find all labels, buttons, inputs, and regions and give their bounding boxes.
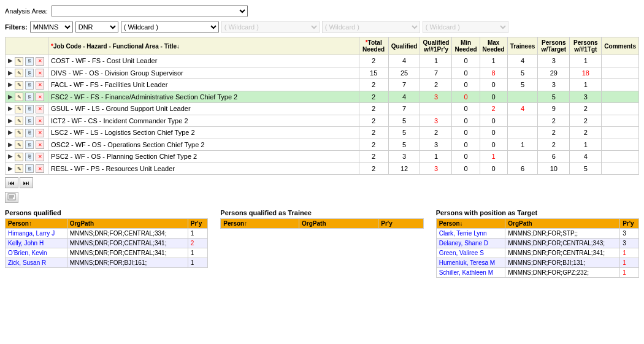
expand-arrow[interactable]: ▶	[8, 129, 13, 136]
delete-icon[interactable]: ✕	[36, 140, 44, 149]
filter-wildcard-1[interactable]: ( Wildcard )	[121, 21, 219, 33]
delete-icon[interactable]: ✕	[36, 69, 44, 77]
qualified-person: Zick, Susan R	[6, 258, 67, 268]
edit-icon[interactable]: ✎	[15, 140, 23, 149]
row-total-needed: 2	[359, 162, 388, 175]
row-min-needed: 0	[452, 91, 480, 103]
copy-icon[interactable]: ⎘	[25, 105, 34, 113]
copy-icon[interactable]: ⎘	[25, 129, 34, 137]
trainee-col-person: Person↑	[221, 219, 299, 229]
row-persons-w-target: 2	[538, 139, 570, 151]
delete-icon[interactable]: ✕	[36, 57, 44, 66]
analysis-area-select[interactable]	[52, 5, 248, 17]
row-qualified: 5	[388, 139, 420, 151]
row-comments	[602, 91, 639, 103]
export-button[interactable]	[5, 192, 18, 203]
row-persons-w1tgt: 2	[570, 115, 602, 127]
copy-icon[interactable]: ⎘	[25, 57, 34, 66]
nav-first[interactable]: ⏮	[5, 177, 18, 188]
filter-mnmns[interactable]: MNMNS	[30, 21, 73, 33]
row-qualified: 4	[388, 55, 420, 67]
row-trainees: 4	[507, 55, 538, 67]
delete-icon[interactable]: ✕	[36, 153, 44, 161]
row-persons-w-target: 6	[538, 151, 570, 163]
target-orgpath: MNMNS;DNR;FOR;CENTRAL;341;	[505, 248, 620, 258]
expand-arrow[interactable]: ▶	[8, 153, 13, 159]
expand-arrow[interactable]: ▶	[8, 105, 13, 112]
row-qualified: 5	[388, 127, 420, 139]
target-table: Person↓ OrgPath Pr'y Clark, Terrie LynnM…	[436, 218, 639, 278]
row-jobcode: PSC2 - WF - OS - Planning Section Chief …	[48, 151, 359, 163]
copy-icon[interactable]: ⎘	[25, 117, 34, 125]
copy-icon[interactable]: ⎘	[25, 153, 34, 161]
row-comments	[602, 162, 639, 175]
col-controls	[6, 37, 48, 55]
edit-icon[interactable]: ✎	[15, 57, 23, 66]
qualified-orgpath: MNMNS;DNR;FOR;CENTRAL;341;	[67, 248, 188, 258]
row-max-needed: 0	[480, 79, 507, 91]
table-row: ▶ ✎ ⎘ ✕ COST - WF - FS - Cost Unit Leade…	[6, 55, 639, 67]
expand-arrow[interactable]: ▶	[8, 117, 13, 124]
copy-icon[interactable]: ⎘	[25, 81, 34, 90]
col-qualified: Qualified	[388, 37, 420, 55]
delete-icon[interactable]: ✕	[36, 81, 44, 90]
row-persons-w1tgt: 1	[570, 139, 602, 151]
table-row: ▶ ✎ ⎘ ✕ OSC2 - WF - OS - Operations Sect…	[6, 139, 639, 151]
delete-icon[interactable]: ✕	[36, 117, 44, 125]
delete-icon[interactable]: ✕	[36, 105, 44, 113]
row-max-needed: 1	[480, 55, 507, 67]
copy-icon[interactable]: ⎘	[25, 140, 34, 149]
target-pry: 3	[620, 239, 639, 248]
target-row: Schiller, Kathleen MMNMNS;DNR;FOR;GPZ;23…	[436, 268, 638, 278]
row-controls: ▶ ✎ ⎘ ✕	[6, 79, 48, 91]
copy-icon[interactable]: ⎘	[25, 164, 34, 173]
analysis-area-bar: Analysis Area:	[5, 5, 639, 17]
trainee-panel: Persons qualified as Trainee Person↑ Org…	[220, 209, 423, 278]
row-jobcode: DIVS - WF - OS - Division Group Supervis…	[48, 67, 359, 79]
edit-icon[interactable]: ✎	[15, 129, 23, 137]
row-trainees	[507, 91, 538, 103]
row-persons-w-target: 2	[538, 127, 570, 139]
delete-icon[interactable]: ✕	[36, 93, 44, 101]
delete-icon[interactable]: ✕	[36, 164, 44, 173]
row-controls: ▶ ✎ ⎘ ✕	[6, 55, 48, 67]
row-qualified-w1: 1	[420, 55, 452, 67]
expand-arrow[interactable]: ▶	[8, 69, 13, 76]
edit-icon[interactable]: ✎	[15, 164, 23, 173]
filter-wildcard-2[interactable]: ( Wildcard )	[221, 21, 320, 33]
table-row: ▶ ✎ ⎘ ✕ RESL - WF - PS - Resources Unit …	[6, 162, 639, 175]
expand-arrow[interactable]: ▶	[8, 165, 13, 172]
row-controls: ▶ ✎ ⎘ ✕	[6, 162, 48, 175]
target-title: Persons with position as Target	[436, 209, 639, 216]
target-person: Schiller, Kathleen M	[436, 268, 505, 278]
copy-icon[interactable]: ⎘	[25, 93, 34, 101]
filter-wildcard-3[interactable]: ( Wildcard )	[322, 21, 420, 33]
filter-dnr[interactable]: DNR	[75, 21, 118, 33]
copy-icon[interactable]: ⎘	[25, 69, 34, 77]
row-trainees: 4	[507, 103, 538, 115]
row-controls: ▶ ✎ ⎘ ✕	[6, 103, 48, 115]
nav-last[interactable]: ⏭	[20, 177, 33, 188]
edit-icon[interactable]: ✎	[15, 105, 23, 113]
row-controls: ▶ ✎ ⎘ ✕	[6, 67, 48, 79]
row-max-needed: 8	[480, 67, 507, 79]
edit-icon[interactable]: ✎	[15, 153, 23, 161]
edit-icon[interactable]: ✎	[15, 93, 23, 101]
qualified-person: O'Brien, Kevin	[6, 248, 67, 258]
expand-arrow[interactable]: ▶	[8, 93, 13, 100]
row-controls: ▶ ✎ ⎘ ✕	[6, 127, 48, 139]
row-qualified-w1: 3	[420, 91, 452, 103]
row-total-needed: 2	[359, 115, 388, 127]
delete-icon[interactable]: ✕	[36, 129, 44, 137]
expand-arrow[interactable]: ▶	[8, 57, 13, 64]
edit-icon[interactable]: ✎	[15, 81, 23, 90]
filter-wildcard-4[interactable]: ( Wildcard )	[423, 21, 508, 33]
expand-arrow[interactable]: ▶	[8, 81, 13, 88]
edit-icon[interactable]: ✎	[15, 117, 23, 125]
row-max-needed: 0	[480, 115, 507, 127]
expand-arrow[interactable]: ▶	[8, 141, 13, 148]
qualified-row: Zick, Susan RMNMNS;DNR;FOR;BJI;161;1	[6, 258, 208, 268]
row-qualified: 4	[388, 91, 420, 103]
edit-icon[interactable]: ✎	[15, 69, 23, 77]
row-comments	[602, 67, 639, 79]
